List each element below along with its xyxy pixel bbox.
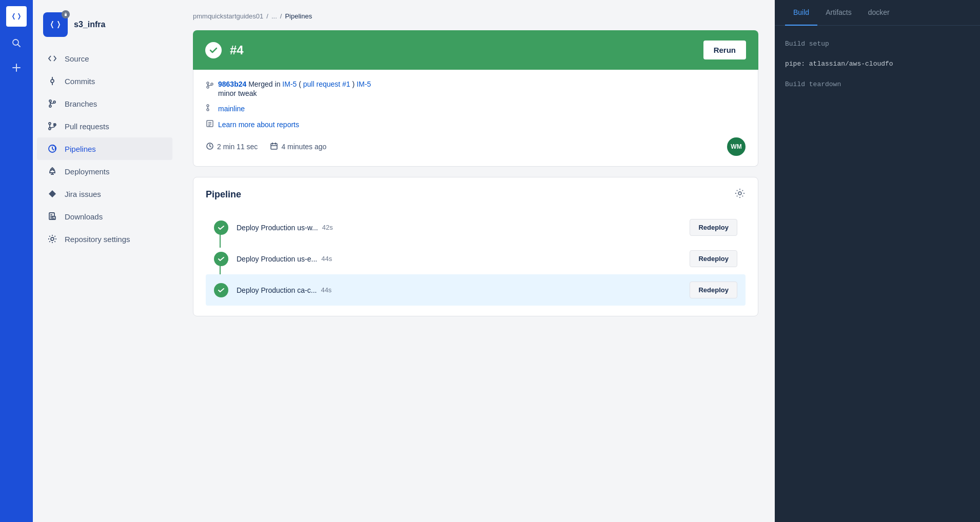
breadcrumb-current: Pipelines — [285, 12, 312, 20]
branches-label: Branches — [65, 99, 97, 108]
jira-icon — [47, 189, 57, 199]
reports-link[interactable]: Learn more about reports — [218, 121, 299, 129]
step-3-redeploy-button[interactable]: Redeploy — [690, 282, 737, 298]
pipeline-steps: Deploy Production us-w... 42s Redeploy D… — [193, 212, 758, 316]
step-1-check-icon — [214, 220, 228, 235]
branch-label[interactable]: mainline — [218, 105, 245, 113]
rerun-button[interactable]: Rerun — [703, 41, 746, 59]
step-2-info: Deploy Production us-e... 44s — [237, 255, 681, 263]
svg-point-28 — [207, 82, 209, 84]
pipeline-step-2: Deploy Production us-e... 44s Redeploy — [206, 243, 746, 274]
svg-point-32 — [207, 105, 209, 107]
breadcrumb-part-1[interactable]: pmmquickstartguides01 — [193, 12, 263, 20]
deployments-label: Deployments — [65, 167, 110, 176]
svg-rect-40 — [271, 144, 277, 149]
pipeline-info-card: 9863b24 Merged in IM-5 ( pull request #1… — [193, 70, 758, 167]
sidebar-item-downloads[interactable]: Downloads — [37, 205, 172, 228]
tab-build[interactable]: Build — [785, 0, 817, 26]
clock-icon — [206, 142, 214, 152]
branch-ref-1[interactable]: IM-5 — [282, 80, 297, 88]
branch-icon — [206, 104, 214, 113]
repository-settings-label: Repository settings — [65, 235, 130, 244]
pipeline-card: Pipeline Deploy Production us-w... — [193, 177, 758, 316]
build-teardown-section: Build teardown — [785, 78, 970, 90]
pipeline-success-icon — [205, 42, 222, 58]
svg-point-29 — [207, 86, 209, 88]
svg-line-1 — [18, 45, 21, 47]
commits-label: Commits — [65, 77, 95, 86]
pipeline-header-card: #4 Rerun — [193, 30, 758, 70]
sidebar-item-repository-settings[interactable]: Repository settings — [37, 228, 172, 250]
step-1-name: Deploy Production us-w... — [237, 224, 318, 232]
breadcrumb-separator-1: / — [266, 12, 268, 20]
svg-rect-4 — [65, 14, 67, 16]
svg-point-27 — [51, 237, 54, 240]
repo-lock-badge — [62, 10, 70, 18]
duration-item: 2 min 11 sec — [206, 142, 258, 152]
reports-info: Learn more about reports — [206, 119, 746, 129]
pull-request-link[interactable]: pull request #1 — [303, 80, 350, 88]
commit-line: 9863b24 Merged in IM-5 ( pull request #1… — [218, 80, 371, 88]
pipeline-time-ago: 4 minutes ago — [281, 143, 326, 151]
sidebar-item-deployments[interactable]: Deployments — [37, 160, 172, 183]
branch-info: mainline — [206, 104, 746, 113]
pull-requests-label: Pull requests — [65, 122, 109, 131]
sidebar-nav: Source Commits — [33, 47, 177, 250]
sidebar: s3_infra Source Commits — [33, 0, 177, 522]
sidebar-item-pipelines[interactable]: Pipelines — [37, 137, 172, 160]
pipelines-icon — [47, 144, 57, 154]
right-panel-tabs: Build Artifacts docker — [775, 0, 980, 26]
commits-icon — [47, 76, 57, 86]
user-avatar: WM — [727, 137, 746, 156]
pipeline-number: #4 — [230, 43, 244, 57]
commit-details: 9863b24 Merged in IM-5 ( pull request #1… — [218, 80, 371, 97]
branch-ref-2[interactable]: IM-5 — [357, 80, 371, 88]
pipeline-settings-icon[interactable] — [734, 188, 746, 202]
search-icon[interactable] — [8, 35, 25, 51]
pipeline-step-1: Deploy Production us-w... 42s Redeploy — [206, 212, 746, 243]
svg-point-44 — [738, 192, 741, 195]
source-label: Source — [65, 54, 89, 63]
commit-hash[interactable]: 9863b24 — [218, 80, 246, 88]
commit-message: minor tweak — [218, 89, 371, 97]
meta-left: 2 min 11 sec 4 minutes ago — [206, 142, 326, 152]
breadcrumb-part-2[interactable]: ... — [271, 12, 277, 20]
pipelines-label: Pipelines — [65, 145, 96, 153]
sidebar-item-commits[interactable]: Commits — [37, 70, 172, 92]
sidebar-item-pull-requests[interactable]: Pull requests — [37, 115, 172, 137]
jira-issues-label: Jira issues — [65, 190, 101, 198]
right-panel-build-content: Build setup pipe: atlassian/aws-cloudfo … — [775, 26, 980, 522]
app-logo[interactable] — [6, 6, 27, 27]
sidebar-item-source[interactable]: Source — [37, 47, 172, 70]
branches-icon — [47, 98, 57, 109]
breadcrumb-separator-2: / — [280, 12, 282, 20]
svg-point-5 — [51, 79, 54, 83]
step-2-check-icon — [214, 252, 228, 266]
svg-point-12 — [49, 123, 51, 125]
settings-icon — [47, 234, 57, 244]
sidebar-item-jira-issues[interactable]: Jira issues — [37, 183, 172, 205]
step-2-duration: 44s — [321, 255, 332, 263]
add-icon[interactable] — [8, 59, 25, 76]
time-item: 4 minutes ago — [270, 142, 326, 152]
svg-point-9 — [49, 105, 51, 107]
build-teardown-label: Build teardown — [785, 78, 970, 90]
breadcrumb: pmmquickstartguides01 / ... / Pipelines — [193, 12, 758, 20]
step-3-name: Deploy Production ca-c... — [237, 286, 317, 294]
reports-icon — [206, 119, 214, 129]
tab-docker[interactable]: docker — [860, 0, 898, 26]
step-2-redeploy-button[interactable]: Redeploy — [690, 250, 737, 267]
step-1-redeploy-button[interactable]: Redeploy — [690, 219, 737, 236]
deployments-icon — [47, 166, 57, 176]
step-3-duration: 44s — [321, 286, 331, 294]
tab-artifacts[interactable]: Artifacts — [817, 0, 860, 26]
build-pipe-section: pipe: atlassian/aws-cloudfo — [785, 58, 970, 70]
pipeline-card-header: Pipeline — [193, 177, 758, 212]
repo-header: s3_infra — [33, 8, 177, 47]
build-setup-label: Build setup — [785, 38, 970, 50]
main-content: pmmquickstartguides01 / ... / Pipelines … — [177, 0, 775, 522]
calendar-icon — [270, 142, 278, 152]
svg-point-30 — [211, 83, 213, 85]
sidebar-item-branches[interactable]: Branches — [37, 92, 172, 115]
downloads-label: Downloads — [65, 212, 103, 221]
